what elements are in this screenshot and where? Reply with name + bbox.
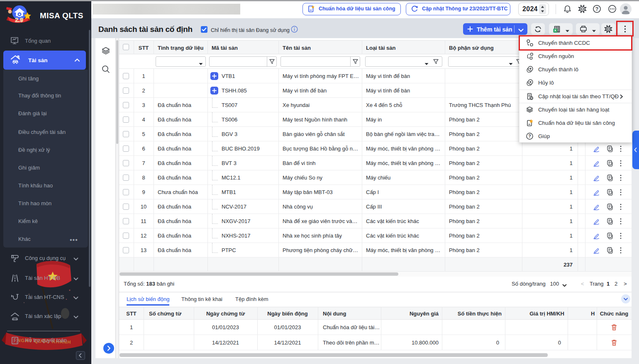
svg-text:2.9: 2.9 — [15, 17, 23, 23]
svg-text:?: ? — [528, 133, 531, 138]
svg-text:?: ? — [595, 6, 599, 12]
svg-text:X: X — [554, 29, 557, 32]
